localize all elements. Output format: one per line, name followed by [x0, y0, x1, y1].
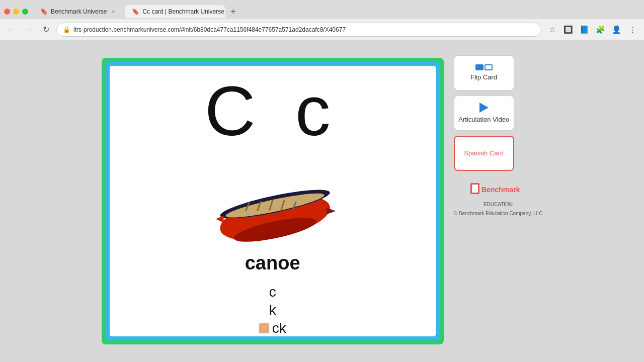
tab-bar: 🔖 Benchmark Universe × 🔖 Cc card | Bench… [0, 0, 644, 19]
benchmark-logo: Benchmark [470, 181, 526, 199]
benchmark-logo-area: Benchmark EDUCATION © Benchmark Educatio… [454, 181, 543, 217]
address-text: itrs-production.benchmarkuniverse.com/#i… [73, 26, 535, 33]
word-label: canoe [245, 252, 300, 274]
nav-bar: ← → ↻ 🔒 itrs-production.benchmarkunivers… [0, 19, 644, 40]
lock-icon: 🔒 [63, 26, 70, 33]
ext-icon-2[interactable]: 📘 [578, 23, 591, 36]
fullscreen-window-btn[interactable] [22, 9, 28, 15]
minimize-window-btn[interactable] [13, 9, 19, 15]
benchmark-education-text: EDUCATION [484, 201, 513, 208]
refresh-button[interactable]: ↻ [39, 23, 52, 36]
flip-icon-outline [485, 64, 493, 70]
canoe-container [207, 156, 338, 242]
profile-button[interactable]: 👤 [610, 23, 623, 36]
forward-button[interactable]: → [22, 23, 35, 36]
flip-card-label: Flip Card [470, 73, 497, 82]
svg-text:Benchmark: Benchmark [481, 186, 520, 194]
phonics-ck: ck [259, 320, 286, 336]
tab-2[interactable]: 🔖 Cc card | Benchmark Universe × [125, 5, 225, 18]
close-window-btn[interactable] [4, 9, 10, 15]
flip-card-button[interactable]: Flip Card [454, 55, 514, 90]
tab-1-label: Benchmark Universe [51, 8, 107, 15]
letter-display: C c [205, 76, 341, 146]
menu-button[interactable]: ⋮ [626, 23, 639, 36]
spanish-card-button[interactable]: Spanish Card [454, 136, 514, 171]
tab-2-label: Cc card | Benchmark Universe [142, 8, 224, 15]
browser-chrome: 🔖 Benchmark Universe × 🔖 Cc card | Bench… [0, 0, 644, 40]
articulation-video-button[interactable]: Articulation Video [454, 96, 514, 131]
flashcard-middle: C c [106, 62, 440, 340]
page-content: C c [0, 40, 644, 362]
play-icon [479, 103, 489, 113]
back-button[interactable]: ← [5, 23, 18, 36]
flip-icon-filled [475, 64, 484, 70]
tab-1-favicon: 🔖 [40, 8, 48, 15]
canoe-image [207, 156, 338, 242]
sidebar: Flip Card Articulation Video Spanish Car… [454, 55, 543, 217]
copyright-text: © Benchmark Education Company, LLC [454, 210, 543, 217]
spanish-card-label: Spanish Card [464, 149, 504, 158]
benchmark-logo-svg: Benchmark [470, 181, 526, 197]
address-bar[interactable]: 🔒 itrs-production.benchmarkuniverse.com/… [56, 23, 541, 37]
flashcard-outer: C c [102, 58, 444, 344]
phonics-c: c [269, 284, 276, 300]
flip-card-icon [475, 64, 493, 70]
color-swatch [259, 323, 269, 333]
phonics-k: k [269, 302, 276, 318]
ext-icon-1[interactable]: 🔲 [561, 23, 575, 36]
articulation-video-label: Articulation Video [458, 116, 509, 124]
education-label: EDUCATION [484, 202, 513, 207]
tab-1[interactable]: 🔖 Benchmark Universe × [33, 5, 124, 18]
bookmark-button[interactable]: ☆ [545, 23, 558, 36]
flashcard-inner: C c [110, 66, 436, 336]
ext-icon-3[interactable]: 🧩 [594, 23, 607, 36]
tab-2-favicon: 🔖 [132, 8, 139, 15]
new-tab-button[interactable]: + [226, 5, 239, 18]
svg-rect-11 [472, 185, 478, 193]
tab-1-close[interactable]: × [110, 8, 117, 15]
phonics-list: c k ck [125, 284, 421, 336]
phonics-ck-label: ck [272, 320, 286, 336]
